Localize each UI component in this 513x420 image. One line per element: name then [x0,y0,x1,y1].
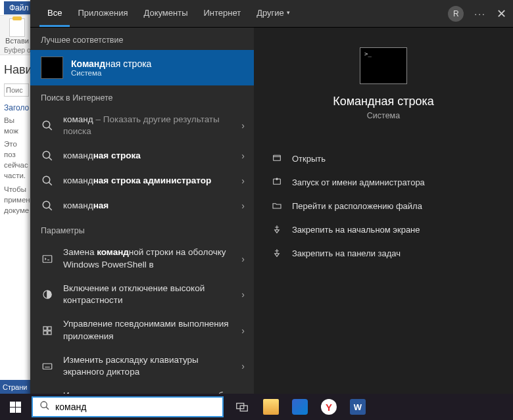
svg-point-6 [43,202,50,209]
tab-documents[interactable]: Документы [135,0,195,27]
section-settings: Параметры [30,218,254,241]
detail-subtitle: Система [367,111,400,120]
alias-setting-icon [41,324,54,337]
svg-line-7 [49,208,52,211]
task-view-button[interactable] [229,394,255,420]
nav-text-3: Чтобы примен докуме [4,184,30,216]
svg-rect-16 [274,155,281,160]
svg-rect-8 [43,255,52,262]
setting-result-0[interactable]: Замена командной строки на оболочку Wind… [30,241,254,276]
chevron-down-icon: ▾ [287,9,290,16]
nav-text-2: Это поз сейчас части. [4,139,30,181]
best-match-subtitle: Система [71,69,151,77]
svg-line-19 [46,407,49,409]
chevron-right-icon: › [241,254,245,264]
web-result-text: командная строка администратор [63,175,243,187]
word-file-tab[interactable]: Файл [4,1,34,14]
user-avatar[interactable]: R [448,6,464,22]
taskbar-search-box[interactable] [32,396,224,417]
svg-line-1 [49,127,52,130]
web-result-1[interactable]: командная строка › [30,143,254,168]
start-button[interactable] [0,394,30,420]
action-pin-start[interactable]: Закрепить на начальном экране [254,218,513,241]
web-result-0[interactable]: команд – Показать другие результаты поис… [30,108,254,143]
action-label: Перейти к расположению файла [292,201,422,211]
search-filter-tabs: Все Приложения Документы Интернет Другие… [30,0,513,28]
chevron-right-icon: › [241,289,245,300]
paste-label: Встави [5,37,29,45]
admin-icon [271,176,283,188]
svg-point-0 [43,121,50,128]
detail-title: Командная строка [333,95,434,108]
best-match-item[interactable]: Командная строка Система [30,50,254,85]
windows-logo-icon [10,402,21,413]
action-label: Закрепить на начальном экране [292,225,420,235]
chevron-right-icon: › [241,200,245,211]
search-icon [41,149,54,162]
folder-icon [271,200,283,212]
action-open-location[interactable]: Перейти к расположению файла [254,194,513,218]
setting-result-text: Управление псевдонимами выполнения прило… [63,318,243,342]
pin-start-icon [271,223,283,235]
search-icon [39,400,50,413]
nav-search-input[interactable] [4,83,29,97]
terminal-setting-icon [41,252,54,266]
action-label: Запуск от имени администратора [292,177,425,187]
web-result-text: команд – Показать другие результаты поис… [63,114,243,137]
svg-point-18 [41,402,47,408]
paste-icon[interactable] [9,18,25,37]
tab-all[interactable]: Все [39,0,70,27]
cmd-thumbnail-icon [41,57,63,79]
web-result-3[interactable]: командная › [30,193,254,218]
detail-app-icon [360,47,407,84]
action-pin-taskbar[interactable]: Закрепить на панели задач [254,241,513,265]
taskbar-app-yandex[interactable]: Y [316,394,342,420]
nav-text-1: Вы мож [4,115,30,136]
svg-point-2 [43,152,50,159]
tab-more[interactable]: Другие▾ [249,0,298,27]
search-icon [41,119,54,132]
results-list: Лучшее соответствие Командная строка Сис… [30,28,254,402]
action-label: Открыть [292,154,326,164]
setting-result-text: Изменить раскладку клавиатуры экранного … [63,354,243,378]
chevron-right-icon: › [241,120,245,131]
action-label: Закрепить на панели задач [292,248,401,258]
svg-line-3 [49,158,52,161]
setting-result-3[interactable]: Изменить раскладку клавиатуры экранного … [30,348,254,384]
search-icon [41,174,54,187]
setting-result-1[interactable]: Включение и отключение высокой контрастн… [30,277,254,312]
open-icon [271,152,283,164]
pin-taskbar-icon [271,247,283,259]
section-web-search: Поиск в Интернете [30,85,254,108]
svg-line-5 [49,183,52,186]
action-run-admin[interactable]: Запуск от имени администратора [254,170,513,194]
taskbar-app-edge[interactable] [287,394,313,420]
taskbar: Y W [0,394,513,420]
tab-web[interactable]: Интернет [195,0,249,27]
setting-result-text: Включение и отключение высокой контрастн… [63,283,243,306]
action-open[interactable]: Открыть [254,147,513,170]
svg-rect-14 [43,363,52,369]
more-options-icon[interactable]: ··· [474,9,486,19]
svg-rect-10 [43,327,47,330]
search-icon [41,199,54,212]
taskbar-search-input[interactable] [55,402,216,412]
taskbar-app-explorer[interactable] [258,394,284,420]
svg-point-4 [43,177,50,184]
start-search-panel: Все Приложения Документы Интернет Другие… [30,0,513,402]
web-result-2[interactable]: командная строка администратор › [30,168,254,193]
svg-rect-11 [48,327,51,330]
detail-pane: Командная строка Система Открыть Запуск … [254,28,513,402]
best-match-title: Командная строка [71,58,151,69]
word-status-bar: Страни [0,380,30,394]
keyboard-setting-icon [41,360,54,373]
setting-result-2[interactable]: Управление псевдонимами выполнения прило… [30,312,254,348]
close-icon[interactable]: ✕ [497,7,506,21]
setting-result-text: Замена командной строки на оболочку Wind… [63,246,243,270]
taskbar-app-word[interactable]: W [345,394,371,420]
chevron-right-icon: › [241,361,245,371]
svg-rect-12 [43,331,47,334]
chevron-right-icon: › [241,325,245,336]
web-result-text: командная [63,200,243,212]
tab-apps[interactable]: Приложения [70,0,135,27]
